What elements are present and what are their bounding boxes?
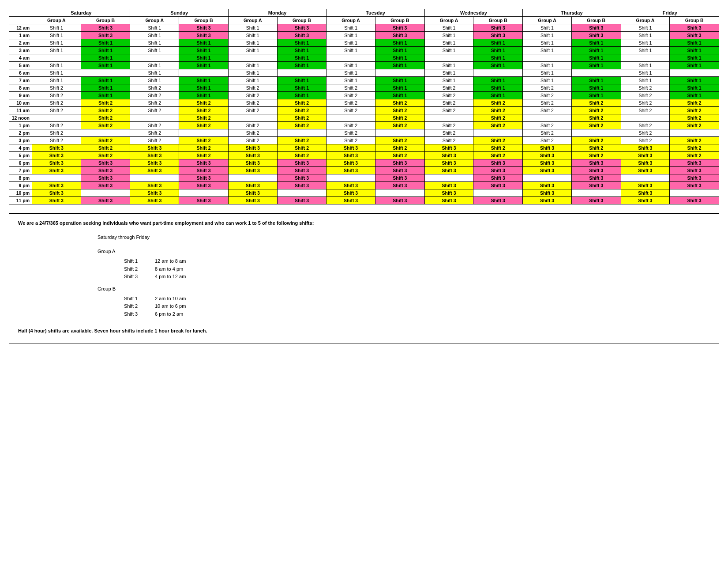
cell [670,129,719,137]
cell: Shift 2 [523,99,572,107]
cell: Shift 3 [473,24,523,32]
shift-name: Shift 2 [124,302,146,310]
cell: Shift 3 [621,182,670,189]
time-cell: 7 pm [9,167,32,174]
cell: Shift 1 [179,77,229,84]
cell: Shift 2 [32,84,81,92]
cell: Shift 2 [571,144,621,152]
monday-header: Monday [228,9,326,17]
cell: Shift 1 [228,77,277,84]
cell: Shift 1 [424,39,473,47]
cell: Shift 1 [523,24,572,32]
friday-header: Friday [621,9,719,17]
cell: Shift 3 [326,167,375,174]
cell: Shift 1 [326,32,375,39]
table-row: 5 pm Shift 3 Shift 2 Shift 3 Shift 2 Shi… [9,152,719,159]
time-cell: 6 am [9,69,32,77]
time-cell: 7 am [9,77,32,84]
cell: Shift 2 [32,107,81,114]
table-row: 8 pm Shift 3 Shift 3 Shift 3 Shift 3 Shi… [9,174,719,182]
cell: Shift 1 [130,47,179,54]
cell: Shift 2 [424,92,473,99]
cell: Shift 3 [130,182,179,189]
cell: Shift 1 [375,84,425,92]
cell [670,69,719,77]
cell: Shift 1 [424,24,473,32]
cell [81,69,130,77]
cell: Shift 2 [32,92,81,99]
cell: Shift 1 [277,47,326,54]
cell: Shift 2 [32,129,81,137]
cell: Shift 1 [277,84,326,92]
cell: Shift 2 [32,137,81,144]
cell: Shift 2 [621,84,670,92]
time-cell: 6 pm [9,159,32,167]
table-row: 4 pm Shift 3 Shift 2 Shift 3 Shift 2 Shi… [9,144,719,152]
cell: Shift 3 [523,197,572,204]
cell [326,114,375,122]
sat-ga: Group A [32,17,81,24]
wed-ga: Group A [424,17,473,24]
cell: Shift 3 [179,24,229,32]
cell: Shift 2 [179,99,229,107]
cell: Shift 3 [32,182,81,189]
sat-fri-label: Saturday through Friday [98,234,710,240]
shift-name: Shift 3 [124,273,146,281]
cell [473,189,523,197]
table-row: 6 am Shift 1 Shift 1 Shift 1 Shift 1 Shi… [9,69,719,77]
cell: Shift 2 [375,122,425,129]
cell: Shift 1 [228,32,277,39]
cell [670,189,719,197]
cell: Shift 1 [424,62,473,69]
sun-gb: Group B [179,17,229,24]
cell: Shift 2 [130,84,179,92]
cell: Shift 1 [277,92,326,99]
cell: Shift 2 [81,152,130,159]
cell: Shift 3 [670,197,719,204]
cell: Shift 3 [571,197,621,204]
cell: Shift 3 [424,167,473,174]
cell: Shift 3 [571,167,621,174]
cell [32,174,81,182]
cell: Shift 3 [130,197,179,204]
shift-name: Shift 3 [124,310,146,318]
cell: Shift 1 [81,84,130,92]
table-row: 3 am Shift 1 Shift 1 Shift 1 Shift 1 Shi… [9,47,719,54]
cell: Shift 1 [571,77,621,84]
table-row: 8 am Shift 2 Shift 1 Shift 2 Shift 1 Shi… [9,84,719,92]
cell: Shift 3 [277,182,326,189]
info-box: We are a 24/7/365 operation seeking indi… [9,213,719,344]
cell: Shift 1 [277,54,326,62]
table-row: 5 am Shift 1 Shift 1 Shift 1 Shift 1 Shi… [9,62,719,69]
cell: Shift 1 [571,47,621,54]
cell: Shift 1 [571,92,621,99]
cell: Shift 2 [130,129,179,137]
saturday-header: Saturday [32,9,130,17]
cell: Shift 2 [228,137,277,144]
cell: Shift 3 [523,167,572,174]
cell [32,114,81,122]
wednesday-header: Wednesday [424,9,522,17]
cell: Shift 2 [326,129,375,137]
cell [424,54,473,62]
cell: Shift 2 [621,92,670,99]
cell [375,69,425,77]
cell: Shift 1 [375,92,425,99]
table-row: 11 pm Shift 3 Shift 3 Shift 3 Shift 3 Sh… [9,197,719,204]
thu-gb: Group B [571,17,621,24]
cell: Shift 3 [179,32,229,39]
cell: Shift 1 [326,39,375,47]
table-row: 6 pm Shift 3 Shift 3 Shift 3 Shift 3 Shi… [9,159,719,167]
cell: Shift 1 [670,92,719,99]
list-item: Shift 3 6 pm to 2 am [124,310,710,318]
cell: Shift 1 [621,39,670,47]
cell: Shift 2 [228,122,277,129]
cell: Shift 3 [130,189,179,197]
cell: Shift 3 [228,182,277,189]
cell: Shift 1 [130,62,179,69]
time-cell: 11 am [9,107,32,114]
cell: Shift 2 [424,137,473,144]
table-row: 1 pm Shift 2 Shift 2 Shift 2 Shift 2 Shi… [9,122,719,129]
cell: Shift 3 [179,197,229,204]
cell: Shift 1 [473,47,523,54]
